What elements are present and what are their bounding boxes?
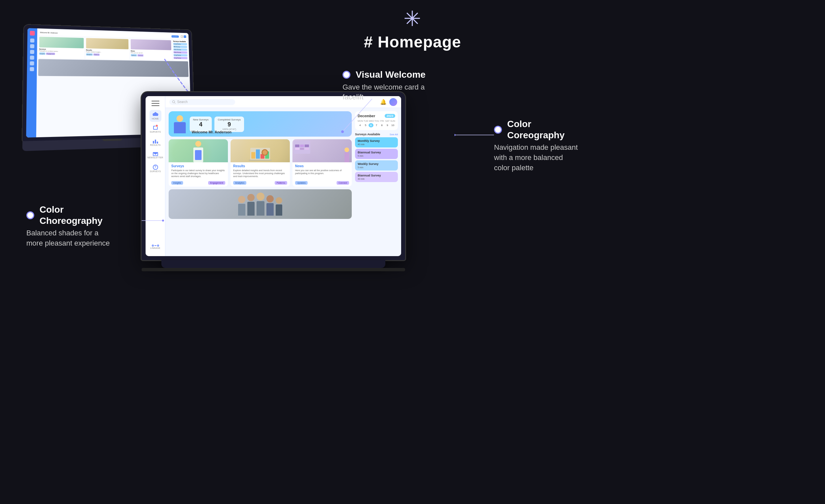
cards-grid: Surveys Participate in our latest survey… [169, 139, 352, 187]
results-card-title: Results [233, 164, 287, 168]
sidebar-item-surveys2[interactable]: ? SURVEYS [150, 163, 161, 174]
old-survey-list: Surveys Available Long Survey Mid Survey… [172, 40, 188, 61]
survey-item-2[interactable]: Weekly Survey 5 min [355, 160, 398, 171]
cal-day-label: FRI [380, 120, 385, 122]
results-tag-1[interactable]: Analytics [233, 181, 246, 185]
news-card-desc: Here you can see all the positive outcom… [295, 169, 349, 175]
cal-day-6[interactable]: 6 [369, 123, 373, 128]
cal-day-7[interactable]: 7 [374, 123, 379, 128]
color-left-sub: Balanced shades for a more pleasant expe… [26, 228, 112, 249]
old-sidebar-dot [30, 61, 34, 65]
new-screen-inner: HOME SURVEYS [146, 96, 401, 256]
hamburger-icon[interactable] [150, 99, 161, 107]
results-tag-2[interactable]: Patterns [275, 181, 287, 185]
new-screen-frame: HOME SURVEYS [142, 92, 405, 260]
welcome-stats: New Surveys 4 Completed Surveys 9 100% (… [190, 116, 244, 132]
news-tag-1[interactable]: Updates [295, 181, 308, 185]
calendar-card: December 2023 MON TUE WED THU FRI SAT SU… [355, 111, 398, 130]
sidebar-results-label: RESULTS [150, 144, 161, 146]
old-sidebar-dot [30, 44, 34, 48]
old-results-card: Results Explore detailed insights... Ana… [85, 37, 129, 59]
search-icon [172, 100, 176, 104]
cal-header: December 2023 [358, 114, 395, 118]
sidebar-item-linkage[interactable]: LINKAGE [150, 241, 161, 253]
news-card[interactable]: News Here you can see all the positive o… [292, 139, 352, 187]
old-survey-item: Long Survey [173, 57, 188, 59]
news-tag-2[interactable]: Connect [336, 181, 349, 185]
old-sidebar [26, 28, 37, 138]
old-month: December [172, 35, 178, 37]
new-sidebar: HOME SURVEYS [146, 96, 165, 256]
surveys-card-desc: Participate in our latest survey to shar… [171, 169, 225, 178]
new-surveys-box: New Surveys 4 [190, 116, 212, 132]
results-card[interactable]: Results Explore detailed insights and tr… [231, 139, 290, 187]
news-card-body: News Here you can see all the positive o… [292, 162, 352, 180]
survey-item-3-time: 30 min [358, 178, 395, 180]
results-card-img [231, 139, 290, 162]
welcome-name: Welcome Mr. Anderson [192, 130, 231, 134]
completed-surveys-value: 9 [218, 121, 241, 128]
cal-year: 2023 [385, 114, 395, 118]
surveys-available-header: Surveys Available See All [355, 133, 398, 136]
surveys-card-title: Surveys [171, 164, 225, 168]
cal-day-4[interactable]: 4 [358, 123, 363, 128]
svg-line-2 [174, 102, 175, 103]
page-title: # Homepage [364, 33, 461, 51]
sidebar-item-surveys[interactable]: SURVEYS [150, 123, 161, 135]
cal-day-label: MON [358, 120, 363, 122]
cal-day-10[interactable]: 10 [390, 123, 395, 128]
survey-item-1-time: 5 min [358, 155, 395, 157]
survey-item-3[interactable]: Biannual Survey 30 min [355, 172, 398, 182]
color-right-sub: Navigation made pleasant with a more bal… [494, 143, 580, 173]
sidebar-item-home[interactable]: HOME [150, 110, 161, 122]
old-survey-item: Long Survey [173, 43, 187, 46]
surveys-card[interactable]: Surveys Participate in our latest survey… [169, 139, 228, 187]
right-panel: December 2023 MON TUE WED THU FRI SAT SU… [355, 111, 398, 253]
old-welcome-text: Welcome Mr. Anderson [40, 31, 58, 34]
survey-item-1[interactable]: Biannual Survey 5 min [355, 149, 398, 159]
old-sidebar-dot [30, 67, 34, 71]
new-laptop-base [161, 260, 385, 268]
new-surveys-label: New Surveys [193, 118, 209, 121]
surveys-tag-2[interactable]: Engagement [208, 181, 225, 185]
new-laptop: HOME SURVEYS [142, 92, 405, 276]
results-card-footer: Analytics Patterns [231, 180, 290, 187]
cal-day-8[interactable]: 8 [379, 123, 384, 128]
cal-day-label: THU [374, 120, 379, 122]
visual-welcome-dot [343, 71, 351, 79]
sidebar-item-results[interactable]: RESULTS [150, 136, 161, 148]
cal-day-9[interactable]: 9 [385, 123, 390, 128]
results-card-body: Results Explore detailed insights and tr… [231, 162, 290, 180]
annotation-color-right: ColorCoreography Navigation made pleasan… [494, 118, 580, 173]
cal-day-label: SAT [385, 120, 390, 122]
new-body: New Surveys 4 Completed Surveys 9 100% (… [165, 108, 401, 256]
color-left-title: ColorChoreography [40, 204, 102, 226]
news-card-title: News [295, 164, 349, 168]
sidebar-item-newsletter[interactable]: NEWSLETTER [150, 150, 161, 161]
sidebar-surveys-label: SURVEYS [150, 131, 161, 133]
search-box[interactable]: Search [169, 99, 235, 105]
surveys-available-link[interactable]: See All [390, 133, 398, 136]
cal-day-5[interactable]: 5 [363, 123, 368, 128]
results-card-desc: Explore detailed insights and trends fro… [233, 169, 287, 178]
old-sidebar-dot [30, 56, 34, 60]
new-main: Search 🔔 [165, 96, 401, 256]
annotation-color-left: ColorChoreography Balanced shades for a … [26, 204, 112, 249]
welcome-section: New Surveys 4 Completed Surveys 9 100% (… [169, 111, 352, 253]
surveys-available-title: Surveys Available [355, 133, 380, 136]
survey-item-3-name: Biannual Survey [358, 174, 395, 177]
new-laptop-foot [142, 268, 405, 271]
old-sidebar-dot [30, 50, 34, 54]
surveys-tag-1[interactable]: Insights [171, 181, 183, 185]
search-placeholder: Search [177, 100, 188, 104]
surveys-available-section: Surveys Available See All Monthly Survey… [355, 133, 398, 183]
sidebar-linkage-label: LINKAGE [150, 247, 160, 249]
survey-item-0[interactable]: Monthly Survey 40 min [355, 137, 398, 148]
completed-surveys-box: Completed Surveys 9 100% (47/47) [214, 116, 244, 132]
svg-point-6 [454, 134, 455, 136]
news-card-footer: Updates Connect [292, 180, 352, 187]
visual-welcome-title: Visual Welcome [356, 69, 426, 80]
surveys-card-body: Surveys Participate in our latest survey… [169, 162, 228, 180]
old-survey-item: Long Survey [173, 54, 188, 56]
old-survey-item: Mid Survey [173, 46, 187, 48]
